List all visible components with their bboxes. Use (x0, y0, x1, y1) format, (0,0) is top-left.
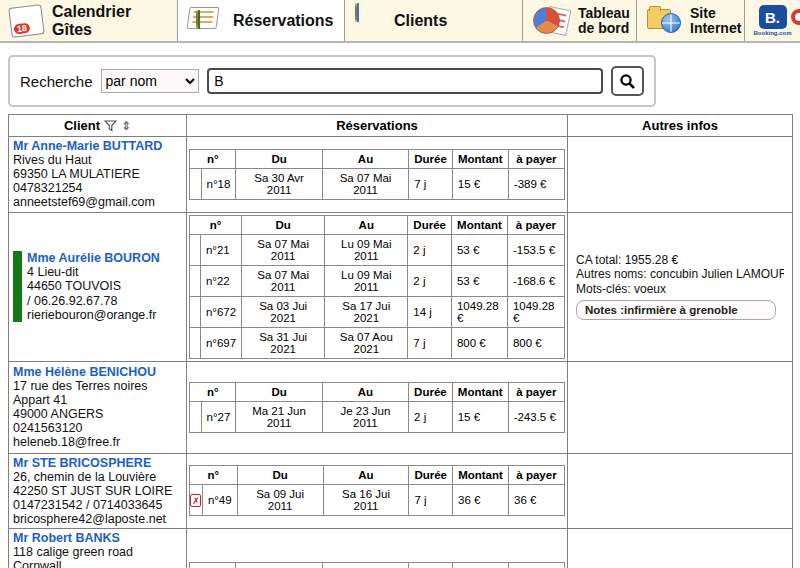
reservation-duree: 2 j (408, 265, 452, 296)
website-icon (647, 5, 681, 37)
reservation-row[interactable]: ✗ n°49 Sa 09 Jui 2011 Sa 16 Jui 2011 7 j… (190, 485, 565, 516)
client-row: Mr Anne-Marie BUTTARD Rives du Haut 6935… (9, 137, 793, 213)
reservation-row[interactable]: n°18 Sa 30 Avr 2011 Sa 07 Mai 2011 7 j 1… (190, 168, 565, 199)
reservation-au: Sa 17 Jui 2021 (325, 296, 408, 327)
notes-box: Notes :infirmière à grenoble (576, 300, 776, 320)
reservation-a-payer: 36 € (508, 485, 564, 516)
reservation-number: n°22 (200, 265, 241, 296)
column-header-client: Client ⇕ (9, 115, 187, 137)
reservation-au: Lu 09 Mai 2011 (325, 265, 408, 296)
dashboard-icon (533, 5, 569, 37)
search-label: Recherche (20, 73, 93, 90)
reservations-header-row: n° Du Au Durée Montant à payer (190, 382, 565, 401)
reservation-au: Sa 07 Mai 2011 (322, 168, 408, 199)
tab-label: Clients (394, 12, 447, 30)
reservation-a-payer: 1049.28 € (507, 296, 564, 327)
reservation-number: n°18 (201, 168, 236, 199)
reservation-number: n°27 (201, 401, 236, 432)
reservation-duree: 7 j (409, 485, 453, 516)
reservation-row[interactable]: n°22 Sa 07 Mai 2011 Lu 09 Mai 2011 2 j 5… (190, 265, 565, 296)
reservation-au: Lu 09 Mai 2011 (325, 234, 408, 265)
reservations-table: n° Du Au Durée Montant à payer n°27 Ma 2… (189, 382, 565, 433)
client-address-line: Cornwall (13, 559, 182, 568)
client-info-cell: Mme Hélène BENICHOU 17 rue des Terres no… (9, 361, 187, 453)
client-name-link[interactable]: Mr Robert BANKS (13, 531, 182, 545)
reservations-header-row: n° Du Au Durée Montant à payer (190, 466, 565, 485)
reservation-row[interactable]: n°27 Ma 21 Jun 2011 Je 23 Jun 2011 2 j 1… (190, 401, 565, 432)
mots-cles: Mots-clés: voeux (576, 282, 784, 296)
autres-infos-cell (568, 361, 793, 453)
reservations-table: n° Du Au Durée Montant à payer n°18 Sa 3… (189, 149, 565, 200)
reservation-duree: 7 j (408, 327, 452, 358)
tab-site-internet[interactable]: Site Internet (637, 0, 745, 41)
booking-com-logo-icon: B. Booking.com (754, 5, 792, 36)
client-name-link[interactable]: Mme Aurélie BOURON (27, 251, 160, 265)
search-icon (619, 73, 636, 90)
client-address-line: 4 Lieu-dit (27, 265, 160, 279)
client-status-bar (13, 251, 22, 322)
status-indicator (190, 168, 202, 199)
reservation-row[interactable]: n°21 Sa 07 Mai 2011 Lu 09 Mai 2011 2 j 5… (190, 234, 565, 265)
search-input[interactable] (207, 68, 603, 94)
reservations-header-row: n° Du Au Durée Montant à payer (190, 149, 565, 168)
tab-label: Calendrier Gîtes (52, 3, 167, 39)
status-indicator (190, 265, 201, 296)
client-name-link[interactable]: Mme Hélène BENICHOU (13, 365, 156, 379)
tab-tableau-de-bord[interactable]: Tableau de bord (523, 0, 637, 41)
client-name-link[interactable]: Mr Anne-Marie BUTTARD (13, 139, 162, 153)
search-panel: Recherche par nom (8, 55, 656, 107)
reservation-du: Sa 07 Mai 2011 (242, 265, 325, 296)
reservation-a-payer: -153.5 € (507, 234, 564, 265)
autres-noms: Autres noms: concubin Julien LAMOUREUX (576, 267, 784, 281)
tab-calendrier-gites[interactable]: 18 Calendrier Gîtes (0, 0, 178, 41)
autres-infos-cell (568, 529, 793, 568)
search-type-select[interactable]: par nom (101, 69, 200, 93)
reservation-montant: 53 € (451, 265, 507, 296)
person-icon (355, 4, 385, 38)
client-email: anneetstef69@gmail.com (13, 195, 162, 209)
client-phone: 0241563120 (13, 421, 156, 435)
filter-icon[interactable] (104, 120, 117, 132)
autres-infos-cell (568, 137, 793, 213)
reservation-du: Sa 31 Jui 2021 (242, 327, 325, 358)
reservation-montant: 15 € (452, 401, 508, 432)
reservation-du: Sa 07 Mai 2011 (242, 234, 325, 265)
client-email: bricosphere42@laposte.net (13, 512, 172, 526)
client-phone: / 06.26.92.67.78 (27, 294, 160, 308)
tab-label: Tableau de bord (578, 6, 630, 35)
client-address-line: Appart 41 (13, 393, 156, 407)
reservation-au: Sa 16 Jui 2011 (323, 485, 409, 516)
autres-infos-cell (568, 453, 793, 529)
search-button[interactable] (611, 66, 644, 96)
reservation-number: n°672 (200, 296, 241, 327)
tab-reservations[interactable]: Réservations (178, 0, 345, 41)
client-name-link[interactable]: Mr STE BRICOSPHERE (13, 456, 172, 470)
reservation-number: n°697 (200, 327, 241, 358)
reservation-row[interactable]: n°672 Sa 03 Jui 2021 Sa 17 Jui 2021 14 j… (190, 296, 565, 327)
reservation-duree: 14 j (408, 296, 452, 327)
reservations-table: n° Du Au Durée Montant à payer ✗ n°49 Sa… (189, 465, 565, 516)
reservation-a-payer: 800 € (507, 327, 564, 358)
top-nav: 18 Calendrier Gîtes Réservations Clients… (0, 0, 800, 43)
reservation-montant: 15 € (452, 168, 508, 199)
reservations-cell: n° Du Au Durée Montant à payer ✗ n°49 Sa… (187, 453, 568, 529)
client-email: rieriebouron@orange.fr (27, 308, 160, 322)
client-address-line: 69350 LA MULATIERE (13, 167, 162, 181)
status-indicator (190, 327, 201, 358)
reservations-table: n° Du Au Durée Montant à payer n°21 Sa 0… (189, 215, 565, 359)
client-info-cell: Mme Aurélie BOURON 4 Lieu-dit 44650 TOUV… (9, 212, 187, 361)
reservation-montant: 53 € (451, 234, 507, 265)
client-info-cell: Mr Anne-Marie BUTTARD Rives du Haut 6935… (9, 137, 187, 213)
reservation-a-payer: -168.6 € (507, 265, 564, 296)
tab-clients[interactable]: Clients (345, 0, 523, 41)
autres-infos-cell: CA total: 1955.28 € Autres noms: concubi… (568, 212, 793, 361)
client-address-line: 42250 ST JUST SUR LOIRE (13, 484, 172, 498)
status-indicator (190, 401, 202, 432)
reservation-du: Ma 21 Jun 2011 (236, 401, 322, 432)
reservations-header-row: n° Du Au Durée Montant à payer (190, 562, 565, 568)
reservation-row[interactable]: n°697 Sa 31 Jui 2021 Sa 07 Aou 2021 7 j … (190, 327, 565, 358)
sort-icon[interactable]: ⇕ (121, 119, 131, 133)
status-indicator (190, 234, 201, 265)
tab-booking-com[interactable]: B. Booking.com (745, 0, 800, 41)
reservation-montant: 36 € (453, 485, 509, 516)
